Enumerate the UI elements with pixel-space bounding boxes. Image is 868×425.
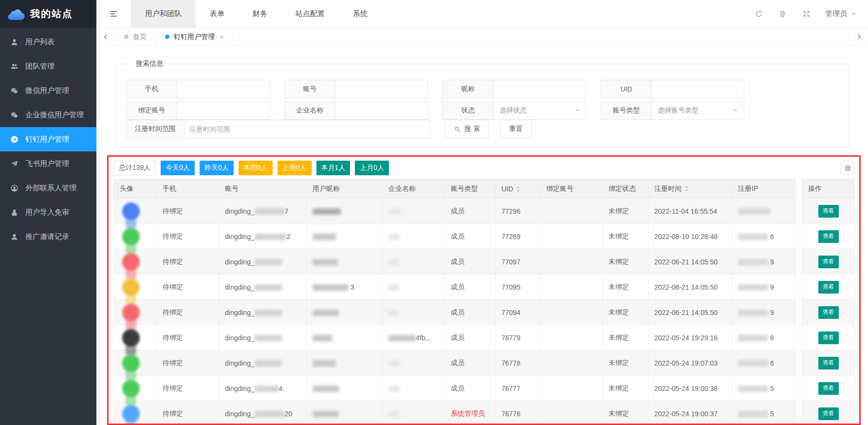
tabs-scroll-right-button[interactable]	[849, 28, 868, 45]
sidebar-item-5[interactable]: 钉钉用户管理	[0, 127, 96, 151]
company-cell	[383, 376, 445, 401]
sidebar-item-3[interactable]: 微信用户管理	[0, 78, 96, 103]
fullscreen-button[interactable]	[794, 0, 818, 28]
column-toggle-button[interactable]	[841, 161, 854, 175]
stat-badge-4[interactable]: 本周0人	[239, 161, 273, 175]
stat-badge-7[interactable]: 上月0人	[355, 161, 389, 175]
company-blur	[388, 360, 399, 367]
view-button[interactable]: 查看	[818, 256, 839, 268]
状态-select[interactable]: 选择状态	[494, 101, 586, 120]
row-spacer-cell	[795, 401, 802, 425]
reset-button[interactable]: 重置	[500, 120, 532, 138]
clear-cache-button[interactable]	[771, 0, 794, 28]
账号类型-select[interactable]: 选择账号类型	[652, 101, 744, 120]
bind-account-cell	[540, 325, 603, 351]
search-row-2: 绑定账号企业名称状态选择状态账号类型选择账号类型	[126, 101, 839, 120]
company-cell	[383, 300, 445, 325]
sidebar-item-8[interactable]: 用户导入免审	[0, 200, 96, 224]
sidebar-item-7[interactable]: 外部联系人管理	[0, 176, 96, 200]
menu-fold-icon[interactable]	[96, 9, 131, 18]
account-prefix: dingding_	[225, 309, 255, 316]
view-button[interactable]: 查看	[818, 407, 839, 420]
user-menu[interactable]: 管理员	[818, 0, 868, 28]
账号-input[interactable]	[335, 80, 428, 98]
view-button[interactable]: 查看	[818, 281, 839, 294]
账号类型-field: 账号类型选择账号类型	[601, 101, 744, 120]
tabs-scroll-left-button[interactable]	[96, 28, 115, 45]
reg-ip-cell: 5	[732, 401, 795, 425]
UID-input[interactable]	[652, 80, 744, 98]
refresh-icon	[755, 10, 763, 18]
sidebar-item-9[interactable]: 推广邀请记录	[0, 224, 96, 249]
search-row-1: 手机账号昵称UID	[126, 80, 839, 98]
tab-close-icon[interactable]: ×	[220, 33, 224, 40]
view-button[interactable]: 查看	[818, 230, 839, 243]
search-button[interactable]: 搜 索	[445, 120, 489, 138]
sort-icon[interactable]	[684, 185, 689, 192]
bind-status-cell: 未绑定	[603, 351, 648, 376]
企业名称-input[interactable]	[335, 101, 428, 120]
company-blur	[388, 259, 399, 265]
reg-ip-cell: 6	[732, 325, 795, 351]
phone-cell: 待绑定	[157, 325, 219, 351]
stat-badge-5[interactable]: 上周0人	[277, 161, 312, 175]
nav-item-4[interactable]: 站点配置	[281, 0, 339, 28]
nav-item-5[interactable]: 系统	[339, 0, 382, 28]
reset-button-label: 重置	[509, 125, 523, 133]
stats-badges: 总计139人今天0人昨天0人本周0人上周0人本月1人上月0人	[113, 161, 389, 175]
nav-item-2[interactable]: 表单	[196, 0, 239, 28]
field-label: 手机	[126, 80, 177, 98]
tabs: 首页钉钉用户管理×	[115, 28, 233, 45]
sidebar-item-label: 用户导入免审	[25, 208, 69, 217]
nickname-cell	[307, 376, 383, 401]
bind-status-cell: 未绑定	[603, 300, 648, 325]
field-label: 状态	[443, 101, 494, 120]
stat-badge-1[interactable]: 总计139人	[113, 161, 156, 175]
column-header-注册IP: 注册IP	[732, 180, 795, 199]
action-cell: 查看	[802, 300, 855, 325]
stat-badge-2[interactable]: 今天0人	[161, 161, 195, 175]
reg-ip-cell: 6	[732, 351, 795, 376]
ip-blur	[738, 259, 768, 265]
nav-item-1[interactable]: 用户和团队	[131, 0, 196, 28]
uid-cell: 76776	[496, 401, 540, 425]
view-button[interactable]: 查看	[818, 357, 839, 370]
手机-input[interactable]	[177, 80, 270, 98]
ip-suffix: 5	[768, 410, 774, 418]
stats-toolbar: 总计139人今天0人昨天0人本周0人上周0人本月1人上月0人	[113, 161, 854, 175]
column-header-用户昵称: 用户昵称	[307, 180, 383, 199]
highlight-box: 总计139人今天0人昨天0人本周0人上周0人本月1人上月0人 头像手机账号用户昵…	[107, 155, 861, 425]
nav-item-3[interactable]: 财务	[239, 0, 281, 28]
stat-badge-3[interactable]: 昨天0人	[200, 161, 234, 175]
search-button-label: 搜 索	[464, 125, 480, 133]
account-type-cell: 成员	[445, 325, 496, 351]
sidebar-item-1[interactable]: 用户列表	[0, 30, 96, 54]
昵称-input[interactable]	[494, 80, 586, 98]
tab-2[interactable]: 钉钉用户管理×	[156, 28, 233, 45]
date-range-input[interactable]	[185, 120, 430, 138]
sidebar-item-2[interactable]: 团队管理	[0, 54, 96, 78]
view-button[interactable]: 查看	[818, 332, 839, 344]
nickname-cell	[307, 224, 383, 249]
bind-status-cell: 未绑定	[603, 275, 648, 300]
view-button[interactable]: 查看	[818, 205, 839, 218]
phone-cell: 待绑定	[157, 199, 219, 224]
ip-suffix: 9	[768, 283, 774, 291]
view-button[interactable]: 查看	[818, 382, 839, 395]
sidebar-item-6[interactable]: 飞书用户管理	[0, 151, 96, 176]
company-blur	[388, 411, 399, 417]
user-name: 管理员	[825, 9, 847, 18]
sidebar-item-4[interactable]: 企业微信用户管理	[0, 103, 96, 127]
table-row: 待绑定dingding_4fb...成员76779未绑定2022-05-24 1…	[114, 325, 855, 351]
reg-time-cell: 2022-05-24 19:00:37	[648, 401, 732, 425]
view-button[interactable]: 查看	[818, 306, 839, 319]
row-spacer-cell	[795, 249, 802, 275]
refresh-button[interactable]	[747, 0, 771, 28]
绑定账号-input[interactable]	[177, 101, 270, 120]
tab-1[interactable]: 首页	[115, 28, 156, 45]
sort-icon[interactable]	[516, 185, 520, 193]
stat-badge-6[interactable]: 本月1人	[316, 161, 351, 175]
company-blur	[388, 335, 416, 341]
nickname-cell	[307, 325, 383, 351]
field-label: 绑定账号	[126, 101, 177, 120]
